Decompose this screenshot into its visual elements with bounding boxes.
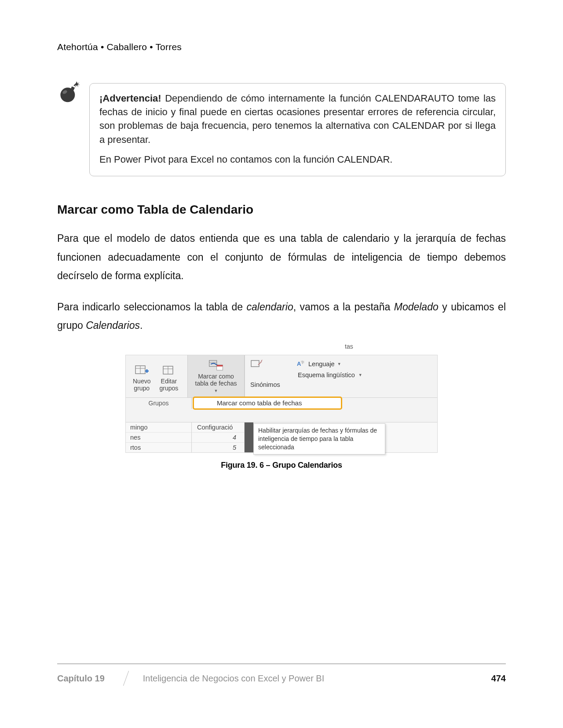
ribbon-group-marcar: Marcar comotabla de fechas ▼: [187, 355, 245, 397]
configuracio-label[interactable]: Configuració: [192, 422, 244, 433]
p2-a: Para indicarlo seleccionamos la tabla de: [57, 301, 247, 313]
svg-text:字: 字: [301, 360, 304, 364]
footer-chapter: Capítulo 19: [57, 673, 118, 684]
svg-marker-19: [261, 360, 263, 361]
marcar-tabla-fechas-button[interactable]: Marcar comotabla de fechas ▼: [192, 358, 240, 395]
p2-i1: calendario: [247, 301, 293, 313]
sinonimos-icon: [250, 359, 263, 370]
editar-grupos-icon: [161, 364, 176, 377]
sinonimos-row: A字 Lenguaje ▼: [250, 359, 341, 370]
p2-b: , vamos a la pestaña: [293, 301, 394, 313]
svg-rect-18: [251, 360, 259, 367]
editar-grupos-button[interactable]: Editargrupos: [157, 363, 181, 393]
warning-box: ¡Advertencia! Dependiendo de cómo intern…: [89, 83, 506, 176]
lenguaje-icon: A字: [297, 360, 306, 368]
page-footer: Capítulo 19 Inteligencia de Negocios con…: [57, 663, 506, 686]
lenguaje-label[interactable]: Lenguaje: [308, 360, 335, 368]
warning-callout: ¡Advertencia! Dependiendo de cómo intern…: [57, 83, 506, 176]
row-4: 4: [192, 433, 244, 443]
highlight-label: Marcar como tabla de fechas: [217, 399, 302, 407]
chevron-down-icon: ▼: [358, 373, 362, 377]
data-col-left: mingo nes rtos: [126, 422, 192, 452]
ribbon-screenshot: Nuevogrupo Editargrupos Marcar c: [125, 355, 438, 453]
editar-grupos-label: Editargrupos: [159, 378, 178, 392]
nuevo-grupo-label: Nuevogrupo: [133, 378, 150, 392]
warning-paragraph-1: ¡Advertencia! Dependiendo de cómo intern…: [99, 91, 496, 146]
footer-title: Inteligencia de Negocios con Excel y Pow…: [143, 673, 324, 684]
sinonimos-label-row[interactable]: Sinónimos: [250, 381, 280, 388]
ribbon-group-grupos: Nuevogrupo Editargrupos: [126, 355, 187, 397]
footer-divider: [123, 671, 129, 686]
marcar-como-tabla-fechas-option[interactable]: Marcar como tabla de fechas: [193, 397, 342, 410]
footer-page-number: 474: [491, 673, 506, 684]
p2-d: .: [140, 320, 143, 331]
nuevo-grupo-icon: [134, 364, 149, 377]
tooltip: Habilitar jerarquías de fechas y fórmula…: [253, 423, 385, 455]
ribbon-group-qna: A字 Lenguaje ▼ Esquema lingüístico ▼ Sinó…: [245, 355, 437, 397]
body-paragraph-2: Para indicarlo seleccionamos la tabla de…: [57, 298, 506, 335]
warning-lead: ¡Advertencia!: [99, 93, 161, 104]
chevron-down-icon: ▼: [337, 362, 341, 366]
marcar-tabla-fechas-icon: [208, 359, 223, 372]
esquema-row[interactable]: Esquema lingüístico ▼: [298, 371, 362, 379]
grupos-group-label: Grupos: [126, 398, 192, 409]
page-header-authors: Atehortúa • Caballero • Torres: [57, 42, 506, 52]
figure-19-6: Nuevogrupo Editargrupos Marcar c: [57, 355, 506, 470]
chevron-down-icon: ▼: [214, 389, 218, 393]
nuevo-grupo-button[interactable]: Nuevogrupo: [130, 363, 153, 393]
section-heading: Marcar como Tabla de Calendario: [57, 203, 506, 217]
p2-i3: Calendarios: [86, 320, 140, 331]
sinonimos-label: Sinónimos: [250, 381, 280, 388]
figure-caption: Figura 19. 6 – Grupo Calendarios: [221, 461, 342, 470]
partial-text-tas: tas: [345, 343, 353, 350]
row-nes: nes: [126, 433, 191, 443]
svg-rect-15: [217, 365, 223, 366]
row-rtos: rtos: [126, 443, 191, 452]
p2-i2: Modelado: [394, 301, 439, 313]
row-mingo: mingo: [126, 422, 191, 433]
esquema-label: Esquema lingüístico: [298, 371, 355, 379]
bomb-icon: [57, 80, 81, 176]
warning-paragraph-2: En Power Pivot para Excel no contamos co…: [99, 153, 496, 166]
body-paragraph-1: Para que el modelo de datos entienda que…: [57, 229, 506, 285]
data-col-mid: Configuració 4 5: [192, 422, 245, 452]
row-5: 5: [192, 443, 244, 452]
marcar-label: Marcar comotabla de fechas ▼: [195, 373, 237, 394]
